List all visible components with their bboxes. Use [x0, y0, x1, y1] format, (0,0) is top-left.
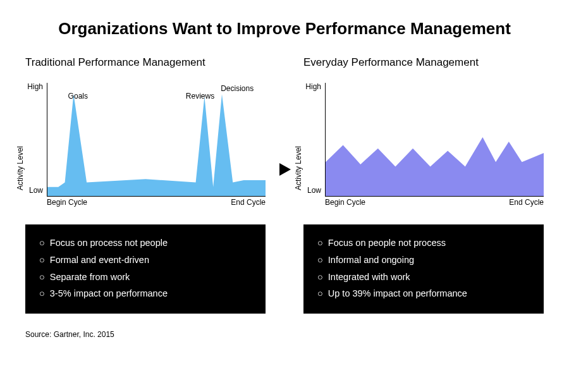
peak-label-decisions: Decisions: [221, 84, 254, 93]
left-bullet-3: 3-5% impact on performance: [39, 285, 254, 302]
right-plot-area: [325, 83, 544, 197]
left-panel: Traditional Performance Management Activ…: [25, 56, 266, 209]
right-xtick-begin: Begin Cycle: [325, 198, 365, 207]
right-bullet-3: Up to 39% impact on performance: [317, 285, 532, 302]
peak-label-goals: Goals: [68, 92, 88, 101]
arrow-icon: [272, 86, 297, 180]
right-area-svg: [326, 83, 544, 196]
left-chart-title: Traditional Performance Management: [25, 56, 266, 69]
right-ytick-low: Low: [302, 186, 321, 195]
left-xtick-begin: Begin Cycle: [47, 198, 87, 207]
left-plot-area: Goals Reviews Decisions: [47, 83, 266, 197]
right-bullet-1: Informal and ongoing: [317, 252, 532, 269]
right-bullet-2: Integrated with work: [317, 269, 532, 286]
left-area-path: [47, 94, 266, 196]
left-ylabel: Activity Level: [16, 146, 25, 190]
charts-row: Traditional Performance Management Activ…: [25, 56, 544, 209]
left-bullets: Focus on process not people Formal and e…: [25, 224, 266, 314]
right-bullets: Focus on people not process Informal and…: [303, 224, 544, 314]
right-chart: Activity Level High Low Begin Cycle End …: [303, 83, 544, 209]
source-text: Source: Gartner, Inc. 2015: [25, 330, 544, 339]
left-ytick-high: High: [24, 82, 43, 91]
right-area-path: [326, 137, 544, 196]
left-xticks: Begin Cycle End Cycle: [47, 198, 266, 207]
right-bullet-0: Focus on people not process: [317, 235, 532, 252]
left-chart: Activity Level High Low Goals Reviews De…: [25, 83, 266, 209]
left-bullet-1: Formal and event-driven: [39, 252, 254, 269]
left-ytick-low: Low: [24, 186, 43, 195]
right-chart-title: Everyday Performance Management: [303, 56, 544, 69]
peak-label-reviews: Reviews: [186, 92, 214, 101]
right-xtick-end: End Cycle: [509, 198, 544, 207]
right-xticks: Begin Cycle End Cycle: [325, 198, 544, 207]
bullets-row: Focus on process not people Formal and e…: [25, 224, 544, 314]
left-bullet-0: Focus on process not people: [39, 235, 254, 252]
right-panel: Everyday Performance Management Activity…: [303, 56, 544, 209]
left-bullet-2: Separate from work: [39, 269, 254, 286]
left-xtick-end: End Cycle: [231, 198, 266, 207]
right-ylabel: Activity Level: [294, 146, 303, 190]
page-title: Organizations Want to Improve Performanc…: [25, 19, 544, 39]
right-ytick-high: High: [302, 82, 321, 91]
